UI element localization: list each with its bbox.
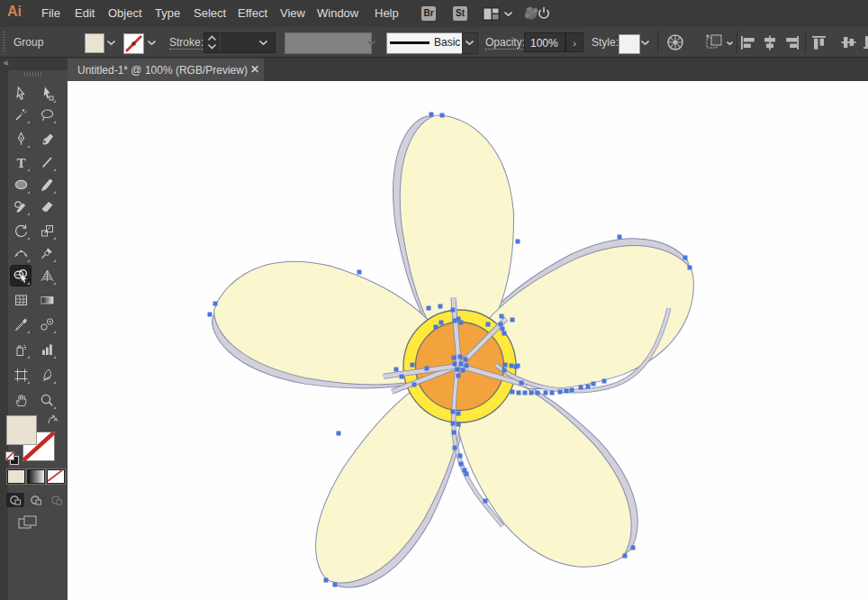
- svg-text:T: T: [16, 155, 25, 169]
